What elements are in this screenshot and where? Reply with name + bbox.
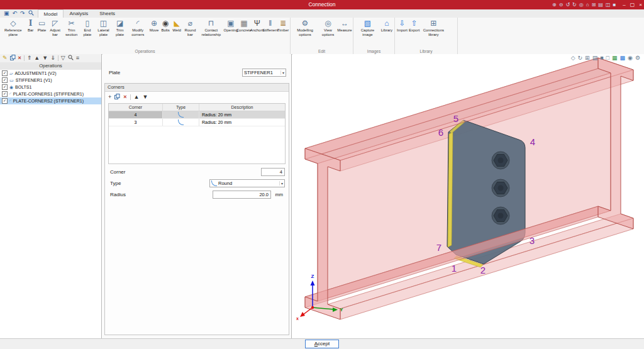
plate-select[interactable]: STIFFENER1 ▾	[242, 69, 286, 77]
search-icon[interactable]	[28, 10, 34, 17]
maximize-button[interactable]: ▢	[630, 2, 635, 8]
timber-button[interactable]: ≣Timber	[277, 18, 289, 46]
trim-section-button[interactable]: ✂Trim section	[62, 18, 80, 46]
zoom-extents-icon[interactable]: ⊞	[585, 55, 590, 61]
redo-icon[interactable]: ↷	[20, 11, 25, 16]
save-icon[interactable]: ▣	[4, 11, 9, 16]
copy-operation-icon[interactable]	[10, 55, 16, 62]
minimize-button[interactable]: –	[623, 2, 625, 8]
tree-search-icon[interactable]	[68, 55, 74, 62]
lateral-plate-icon: ◫	[100, 19, 107, 28]
move-down-icon[interactable]: ▼	[42, 55, 48, 61]
checkbox-checked[interactable]: ✓	[2, 98, 8, 104]
plate-button[interactable]: ▭Plate	[36, 18, 48, 46]
delete-operation-icon[interactable]: ×	[18, 55, 21, 61]
round-bar-button[interactable]: ⌀Round bar	[182, 18, 198, 46]
window-title: Connection	[0, 0, 644, 9]
solid-view-icon[interactable]: ■	[600, 55, 603, 61]
corner-move-up-icon[interactable]: ▲	[134, 94, 140, 100]
report-icon[interactable]: ▤	[598, 3, 603, 8]
checkbox-checked[interactable]: ✓	[2, 91, 8, 97]
corner-move-down-icon[interactable]: ▼	[142, 94, 148, 100]
checkbox-checked[interactable]: ✓	[2, 70, 8, 76]
home-view-icon[interactable]: ⌂	[586, 3, 589, 8]
reference-plane-button[interactable]: ◇Reference plane	[1, 18, 25, 46]
collapse-all-icon[interactable]: ⇑	[27, 55, 32, 61]
adjust-bar-button[interactable]: ◸Adjust bar	[48, 18, 63, 46]
stiffeners-button[interactable]: ‖Stiffeners	[264, 18, 277, 46]
close-button[interactable]: ×	[639, 2, 642, 8]
tree-item-stiffener1[interactable]: ✓ ▭ STIFFENER1 (V1)	[0, 77, 101, 84]
redo-view-icon[interactable]: ↻	[572, 3, 577, 8]
target-icon[interactable]: ◎	[579, 3, 584, 8]
anchors-button[interactable]: ΨAnchors	[251, 18, 264, 46]
radius-input[interactable]: 20.0	[213, 191, 271, 199]
list-options-icon[interactable]: ≡	[76, 55, 79, 61]
copy-corner-icon[interactable]	[114, 94, 120, 101]
column-header-type[interactable]: Type	[163, 104, 199, 111]
accept-button[interactable]: Accept	[305, 340, 339, 348]
bar-button[interactable]: IBar	[25, 18, 36, 46]
concrete-button[interactable]: ▦Concrete	[237, 18, 251, 46]
opening-button[interactable]: ▣Opening	[225, 18, 237, 46]
add-corner-icon[interactable]: +	[108, 94, 111, 100]
grid-icon[interactable]: ⊞	[592, 3, 596, 8]
zoom-in-icon[interactable]: ⊕	[552, 3, 557, 8]
checkbox-checked[interactable]: ✓	[2, 84, 8, 90]
solid-view-icon[interactable]: ■	[613, 3, 616, 8]
type-select[interactable]: Round ▾	[209, 179, 285, 187]
weld-button[interactable]: ◣Weld	[171, 18, 182, 46]
image-library-button[interactable]: ⌂Library	[380, 18, 393, 46]
view-cube-icon[interactable]: ◇	[571, 55, 575, 61]
corner-input[interactable]: 4	[261, 168, 285, 176]
import-button[interactable]: ⇩Import	[396, 18, 408, 46]
print-icon[interactable]: ▤	[592, 55, 598, 61]
move-up-icon[interactable]: ▲	[34, 55, 40, 61]
trim-plate-button[interactable]: ◪Trim plate	[113, 18, 127, 46]
bolt[interactable]	[492, 207, 509, 224]
column-header-corner[interactable]: Corner	[109, 104, 163, 111]
undo-view-icon[interactable]: ↺	[565, 3, 570, 8]
view-options-button[interactable]: ◎View options	[318, 18, 338, 46]
modify-corners-button[interactable]: ◜Modify corners	[127, 18, 148, 46]
tree-item-plate-corners2[interactable]: ✓ ◜ PLATE-CORNERS2 (STIFFENER1)	[0, 97, 101, 104]
bolt[interactable]	[492, 179, 509, 197]
bolt[interactable]	[492, 152, 509, 169]
move-button[interactable]: ⊕Move	[148, 18, 160, 46]
stiffener-icon: ▭	[9, 78, 14, 83]
undo-icon[interactable]: ↶	[13, 11, 18, 16]
capture-image-button[interactable]: ▧Capture image	[355, 18, 380, 46]
modelling-options-button[interactable]: ⚙Modelling options	[292, 18, 318, 46]
viewport-scene[interactable]: Z Y x 1 2 3 4 5 6 7	[292, 54, 644, 339]
mesh-view-icon[interactable]: ▩	[620, 55, 626, 61]
bolts-button[interactable]: ◉Bolts	[160, 18, 171, 46]
connections-library-button[interactable]: ⊞Connections library	[420, 18, 447, 46]
delete-corner-icon[interactable]: ×	[123, 94, 126, 100]
split-view-icon[interactable]: ◫	[606, 3, 611, 8]
table-row[interactable]: 4 Radius: 20 mm	[109, 111, 285, 119]
edit-operation-icon[interactable]: ✎	[3, 55, 8, 61]
tree-item-adjustment1[interactable]: ✓ ▱ ADJUSTMENT1 (V2)	[0, 70, 101, 77]
column-header-description[interactable]: Description	[199, 104, 285, 111]
zoom-out-icon[interactable]: ⊖	[559, 3, 564, 8]
visibility-icon[interactable]: ◉	[628, 55, 633, 61]
rotate-view-icon[interactable]: ↻	[578, 55, 583, 61]
wireframe-view-icon[interactable]: □	[606, 55, 609, 61]
viewport-3d[interactable]: ◇ ↻ ⊞ ▤ ■ □ ▦ ▩ ◉ ⚙	[292, 54, 644, 339]
checkbox-checked[interactable]: ✓	[2, 77, 8, 83]
tree-item-bolts1[interactable]: ✓ ◉ BOLTS1	[0, 84, 101, 91]
table-row[interactable]: 3 Radius: 20 mm	[109, 119, 285, 126]
tab-sheets[interactable]: Sheets	[94, 9, 121, 18]
export-button[interactable]: ⇧Export	[408, 18, 420, 46]
tree-item-plate-corners1[interactable]: ✓ ◜ PLATE-CORNERS1 (STIFFENER1)	[0, 91, 101, 97]
expand-all-icon[interactable]: ⇓	[50, 55, 55, 61]
filter-icon[interactable]: ▽	[61, 55, 65, 61]
tab-analysis[interactable]: Analysis	[64, 9, 94, 18]
plates-view-icon[interactable]: ▦	[612, 55, 618, 61]
measure-button[interactable]: ↔Measure	[338, 18, 352, 46]
contact-relationship-button[interactable]: ⊓Contact relationship	[198, 18, 225, 46]
view-settings-icon[interactable]: ⚙	[635, 55, 640, 61]
tab-model[interactable]: Model	[38, 9, 64, 18]
end-plate-button[interactable]: ▯End plate	[80, 18, 95, 46]
lateral-plate-button[interactable]: ◫Lateral plate	[94, 18, 113, 46]
